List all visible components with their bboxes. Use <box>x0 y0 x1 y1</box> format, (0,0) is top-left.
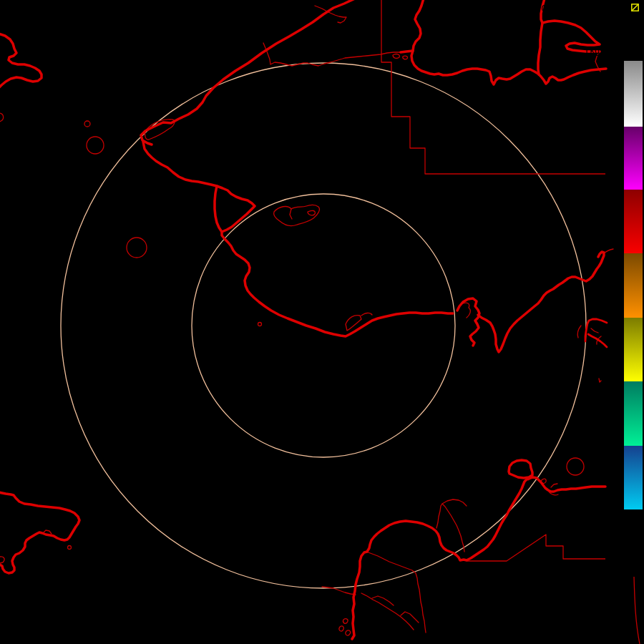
colorbar-tick-label: 70 <box>592 142 620 153</box>
colorbar-tick-label: 50 <box>592 260 620 272</box>
colorbar-tick-label: 10 <box>592 497 620 509</box>
colorbar-tick-label: 65 <box>592 171 620 182</box>
colorbar-tick-label: 25 <box>592 409 620 420</box>
colorbar-tick-label: 45 <box>592 290 620 301</box>
radar-map <box>0 0 644 644</box>
legend-units: [kg/m2] <box>584 46 620 56</box>
range-rings <box>61 63 586 588</box>
range-ring-label-50nmi: 50 NMI <box>311 184 343 194</box>
radar-display: NEXLAB-College of DuPage NIDS [kg/m2] 80… <box>0 0 644 644</box>
colorbar-tick-label: 60 <box>592 201 620 213</box>
colorbar-tick-label: 5 <box>592 527 620 539</box>
coastline-detail <box>0 6 613 635</box>
colorbar-tick-label: 35 <box>592 349 620 361</box>
product-title: DIGITAL VERTICALLY INTEGRATED LIQUID (VI… <box>117 634 537 644</box>
colorbar-tick-label: 20 <box>592 438 620 449</box>
colorbar-tick-label: 55 <box>592 230 620 242</box>
colorbar <box>624 61 643 572</box>
colorbar-tick-label: 30 <box>592 379 620 390</box>
range-ring-50nmi <box>192 194 455 457</box>
colorbar-tick-label: 40 <box>592 320 620 331</box>
brand-title: NEXLAB-College of DuPage <box>505 4 628 14</box>
colorbar-tick-label: 15 <box>592 468 620 479</box>
range-ring-label-100nmi: 100 NMI <box>306 51 343 61</box>
range-ring-100nmi <box>61 63 586 588</box>
colorbar-tick-label: 80 <box>592 82 620 94</box>
box-diagonal-icon <box>631 4 639 11</box>
coastline-main <box>0 0 606 639</box>
legend-title: NIDS <box>618 39 639 49</box>
colorbar-tick-label: 0 <box>592 557 620 568</box>
colorbar-tick-label: 75 <box>592 112 620 123</box>
